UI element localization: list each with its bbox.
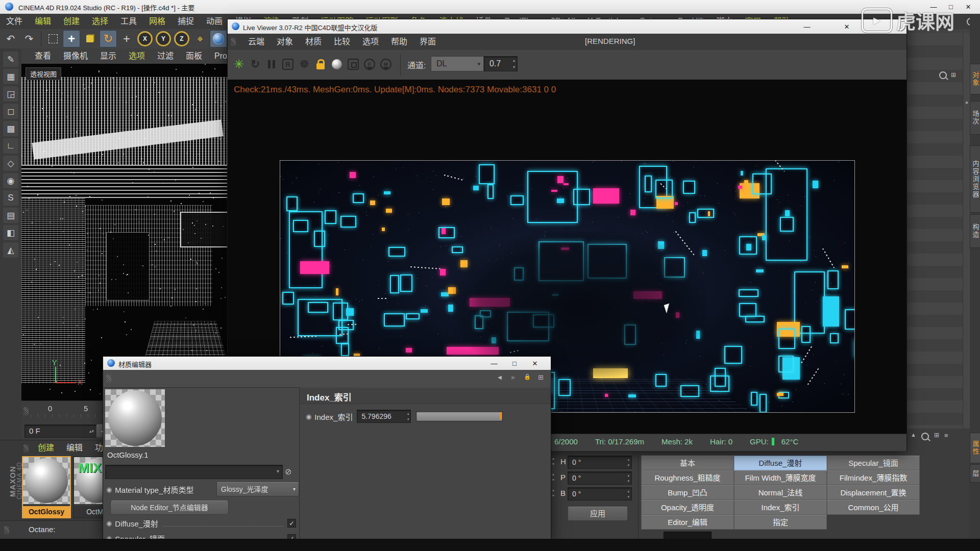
snap-icon[interactable]: ◭ — [3, 242, 18, 258]
drag-handle-icon[interactable] — [23, 444, 29, 453]
expand-icon[interactable]: ⊞ — [934, 432, 939, 453]
lv-menu-选项[interactable]: 选项 — [356, 34, 385, 49]
material-type-dropdown[interactable]: Glossy_光泽度 ▾ — [216, 482, 299, 496]
channel-button-Normal_法线[interactable]: Normal_法线 — [734, 485, 827, 500]
channel-button-Specular_镜面[interactable]: Specular_镜面 — [827, 456, 920, 470]
grid-array-icon[interactable]: ▦ — [3, 69, 18, 84]
material-picker-icon[interactable]: M — [379, 57, 393, 71]
channel-button-Filmindex_薄膜指数[interactable]: Filmindex_薄膜指数 — [827, 470, 920, 485]
side-tab-层[interactable]: 层 — [970, 464, 980, 483]
maximize-button[interactable]: □ — [942, 1, 960, 12]
expand-icon[interactable]: ⊞ — [538, 373, 544, 381]
lock-icon[interactable]: 🔒 — [524, 373, 531, 381]
channel-button-基本[interactable]: 基本 — [641, 456, 734, 470]
channel-button-Roughness_粗糙度[interactable]: Roughness_粗糙度 — [641, 470, 734, 485]
channel-button-Opacity_透明度[interactable]: Opacity_透明度 — [641, 500, 734, 515]
simulate-icon[interactable]: S — [3, 190, 18, 206]
menu-item-捕捉[interactable]: 捕捉 — [172, 14, 200, 29]
material-ball-icon[interactable] — [330, 57, 344, 71]
select-tool-icon[interactable] — [44, 30, 62, 47]
viewport-menu-查看[interactable]: 查看 — [29, 48, 57, 64]
mm-menu-创建[interactable]: 创建 — [32, 440, 60, 456]
lv-menu-界面[interactable]: 界面 — [413, 34, 442, 49]
close-button[interactable]: ✕ — [960, 1, 977, 12]
channel-button-Editor_编辑[interactable]: Editor_编辑 — [641, 515, 734, 530]
lock-x-icon[interactable]: X — [136, 30, 154, 47]
channel-button-Film Width_薄膜宽度[interactable]: Film Width_薄膜宽度 — [734, 470, 827, 485]
lv-titlebar[interactable]: Live Viewer 3.07-R2 中国C4D联盟中文汉化版 — ✕ — [228, 19, 906, 34]
enable-dot-icon[interactable]: ◉ — [106, 519, 112, 527]
search-icon[interactable] — [939, 71, 947, 79]
menu-item-选择[interactable]: 选择 — [86, 14, 114, 29]
lv-menu-比较[interactable]: 比较 — [328, 34, 356, 49]
scale-tool-icon[interactable] — [81, 30, 99, 47]
channel-dropdown[interactable]: DL ▾ — [431, 56, 484, 71]
restart-r-icon[interactable]: R — [281, 57, 295, 71]
paint-icon[interactable]: ▤ — [3, 208, 18, 223]
restart-render-icon[interactable]: ✳ — [232, 57, 246, 71]
enable-dot-icon[interactable]: ◉ — [306, 413, 311, 420]
apply-button[interactable]: 应用 — [568, 507, 628, 521]
menu-item-工具[interactable]: 工具 — [114, 14, 143, 29]
menu-item-文件[interactable]: 文件 — [0, 14, 29, 29]
viewport-menu-选项[interactable]: 选项 — [122, 48, 151, 64]
node-editor-button[interactable]: Node Editor_节点编辑器 — [110, 500, 229, 515]
render-region-icon[interactable] — [346, 57, 360, 71]
coord-field-P[interactable]: 0 °▴▾ — [568, 471, 632, 485]
me-close-button[interactable]: ✕ — [526, 358, 544, 369]
move-tool-icon[interactable]: + — [63, 30, 80, 47]
minimize-button[interactable]: — — [925, 1, 942, 12]
viewport-menu-过滤[interactable]: 过滤 — [151, 48, 180, 64]
rotate-tool-icon[interactable]: ↻ — [100, 30, 117, 47]
drag-handle-icon[interactable] — [231, 38, 236, 46]
menu-item-动画[interactable]: 动画 — [200, 14, 229, 29]
lv-menu-材质[interactable]: 材质 — [299, 34, 328, 49]
expand-icon[interactable]: ⊞ — [951, 71, 956, 79]
viewport-menu-摄像机[interactable]: 摄像机 — [57, 48, 94, 64]
drag-handle-icon[interactable] — [23, 407, 29, 415]
drag-handle-icon[interactable] — [106, 374, 111, 383]
frame-field[interactable]: 0 F ▴▾ — [24, 424, 97, 438]
channel-button-指定[interactable]: 指定 — [734, 515, 827, 530]
axis-icon[interactable]: ⌖ — [191, 30, 209, 47]
side-tab-构造[interactable]: 构造 — [970, 214, 980, 248]
menu-item-编辑[interactable]: 编辑 — [29, 14, 57, 29]
mm-menu-编辑[interactable]: 编辑 — [60, 440, 89, 456]
pause-icon[interactable] — [264, 57, 279, 71]
diffuse-label[interactable]: Diffuse_漫射 — [115, 518, 158, 529]
me-titlebar[interactable]: 材质编辑器 — □ ✕ — [103, 357, 551, 370]
edges-mode-icon[interactable]: ◉ — [3, 173, 18, 188]
me-maximize-button[interactable]: □ — [506, 358, 523, 369]
menu-lines-icon[interactable]: ≡ — [944, 432, 948, 453]
workplane-icon[interactable]: ∟ — [3, 138, 18, 154]
material-thumb-OctGlossy[interactable]: OctGlossy — [22, 456, 71, 518]
redo-icon[interactable]: ↷ — [20, 30, 38, 47]
lv-menu-对象[interactable]: 对象 — [271, 34, 299, 49]
channel-button-Index_索引[interactable]: Index_索引 — [734, 500, 827, 515]
points-mode-icon[interactable]: ◇ — [3, 156, 18, 171]
menu-item-网格[interactable]: 网格 — [143, 14, 172, 29]
nav-forward-icon[interactable]: ► — [510, 373, 517, 381]
model-mode-icon[interactable]: ◲ — [3, 86, 18, 102]
material-name-input[interactable]: ▾ — [105, 465, 283, 479]
search-icon[interactable] — [921, 433, 929, 440]
lock-y-icon[interactable]: Y — [155, 30, 172, 47]
index-value-field[interactable]: 5.796296 ▴▾ — [357, 410, 411, 423]
index-slider[interactable] — [416, 411, 503, 421]
side-tab-场次[interactable]: 场次 — [970, 101, 980, 135]
side-tab-对象[interactable]: 对象 — [970, 64, 980, 94]
enable-dot-icon[interactable]: ◉ — [106, 486, 112, 493]
channel-button-Bump_凹凸[interactable]: Bump_凹凸 — [641, 485, 734, 500]
object-manager[interactable] — [906, 33, 963, 429]
viewport-label[interactable]: 透视视图 — [26, 67, 61, 80]
side-tab-内容浏览器[interactable]: 内容浏览器 — [970, 145, 980, 213]
lv-close-button[interactable]: ✕ — [838, 21, 855, 32]
me-minimize-button[interactable]: — — [485, 358, 503, 369]
lv-menu-帮助[interactable]: 帮助 — [385, 34, 413, 49]
lock-z-icon[interactable]: Z — [173, 30, 190, 47]
scrollbar[interactable]: ▲ — [963, 33, 970, 429]
slash-icon[interactable]: ⊘ — [285, 467, 291, 477]
channel-button-Common_公用[interactable]: Common_公用 — [827, 500, 920, 515]
mode-up-icon[interactable]: ▲ — [911, 432, 916, 453]
coord-field-B[interactable]: 0 °▴▾ — [568, 487, 632, 500]
